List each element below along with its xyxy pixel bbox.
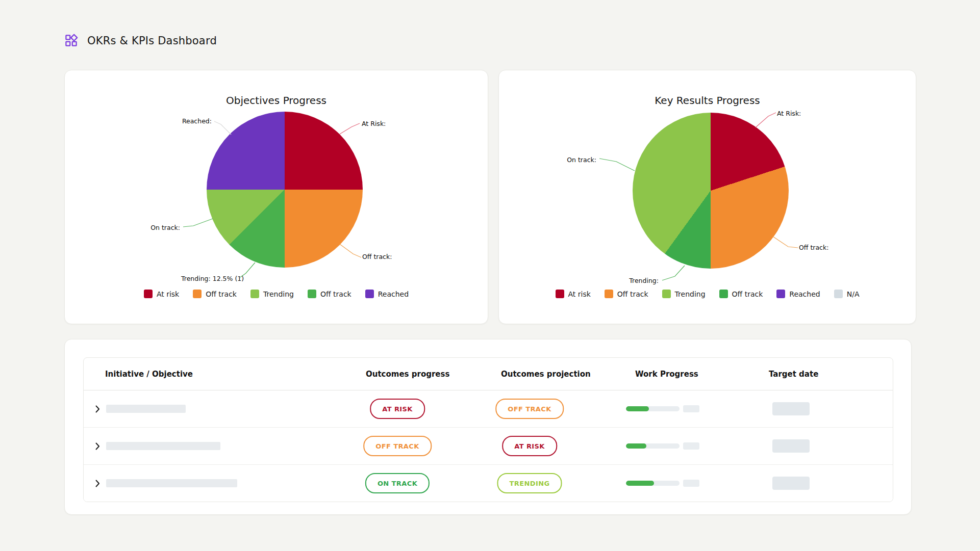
legend-item-off-track[interactable]: Off track xyxy=(719,290,763,298)
chart-legend: At riskOff trackTrendingOff trackReached… xyxy=(499,290,916,298)
target-date-placeholder xyxy=(772,439,810,453)
work-progress-bar xyxy=(626,481,680,486)
legend-item-at-risk[interactable]: At risk xyxy=(144,290,179,298)
work-progress-bar-fill xyxy=(626,443,646,449)
initiative-title-placeholder xyxy=(106,405,186,413)
legend-swatch xyxy=(365,290,374,298)
expand-row-chevron-icon[interactable] xyxy=(95,442,102,450)
legend-item-reached[interactable]: Reached xyxy=(776,290,820,298)
legend-swatch xyxy=(719,290,728,298)
pie-slice-callout-label: On track: xyxy=(567,156,596,164)
initiative-title-placeholder xyxy=(106,442,220,450)
expand-row-chevron-icon[interactable] xyxy=(95,405,102,413)
outcomes-projection-badge: TRENDING xyxy=(497,473,562,493)
pie-slice-callout-label: At Risk: xyxy=(777,110,801,117)
table-row[interactable]: ON TRACKTRENDING xyxy=(84,464,893,502)
pie-slice-callout-label: On track: xyxy=(150,224,180,231)
legend-item-at-risk[interactable]: At risk xyxy=(556,290,591,298)
legend-swatch xyxy=(662,290,671,298)
key-results-progress-chart: At Risk:Off track:Trending:On track:At r… xyxy=(499,70,916,324)
legend-label: Off track xyxy=(206,290,237,298)
legend-label: Reached xyxy=(789,290,820,298)
work-progress-bar-fill xyxy=(626,481,654,486)
legend-item-n-a[interactable]: N/A xyxy=(834,290,860,298)
outcomes-progress-badge: ON TRACK xyxy=(365,473,430,493)
chart-legend: At riskOff trackTrendingOff trackReached xyxy=(65,290,488,298)
legend-item-off-track[interactable]: Off track xyxy=(605,290,648,298)
legend-label: Trending xyxy=(263,290,294,298)
key-results-progress-pie[interactable] xyxy=(633,113,789,269)
outcomes-projection-badge: AT RISK xyxy=(502,436,557,456)
col-header-work-progress: Work Progress xyxy=(635,370,698,379)
initiatives-table: Initiative / Objective Outcomes progress… xyxy=(83,357,893,502)
legend-label: Trending xyxy=(675,290,706,298)
legend-item-trending[interactable]: Trending xyxy=(662,290,706,298)
legend-swatch xyxy=(834,290,843,298)
pie-slice-callout-label: Off track: xyxy=(362,253,392,260)
work-progress-value-placeholder xyxy=(683,442,699,450)
legend-swatch xyxy=(193,290,202,298)
pie-slice-callout-label: Reached: xyxy=(182,117,212,125)
legend-swatch xyxy=(250,290,259,298)
col-header-outcomes-progress: Outcomes progress xyxy=(366,370,449,379)
legend-item-off-track[interactable]: Off track xyxy=(193,290,237,298)
outcomes-progress-badge: AT RISK xyxy=(370,399,425,419)
initiatives-table-card: Initiative / Objective Outcomes progress… xyxy=(64,339,912,515)
key-results-progress-card: Key Results Progress At Risk:Off track:T… xyxy=(498,70,916,324)
objectives-progress-pie[interactable] xyxy=(207,112,363,268)
legend-label: At risk xyxy=(157,290,179,298)
work-progress-value-placeholder xyxy=(683,405,699,412)
legend-label: At risk xyxy=(568,290,591,298)
objectives-progress-chart: At Risk:Off track:Trending: 12.5% (1)On … xyxy=(65,70,488,324)
legend-item-reached[interactable]: Reached xyxy=(365,290,409,298)
outcomes-progress-badge: OFF TRACK xyxy=(363,436,432,456)
pie-slice-callout-label: At Risk: xyxy=(362,120,386,127)
page-title: OKRs & KPIs Dashboard xyxy=(87,35,217,47)
legend-label: N/A xyxy=(847,290,860,298)
work-progress-bar-fill xyxy=(626,406,649,411)
pie-slice-callout-label: Trending: 12.5% (1) xyxy=(181,275,244,282)
outcomes-projection-badge: OFF TRACK xyxy=(495,399,564,419)
expand-row-chevron-icon[interactable] xyxy=(95,479,102,487)
initiative-title-placeholder xyxy=(106,479,237,487)
legend-label: Reached xyxy=(378,290,409,298)
work-progress-value-placeholder xyxy=(683,480,699,487)
page-header: OKRs & KPIs Dashboard xyxy=(64,34,217,47)
dashboard-icon xyxy=(64,34,78,47)
target-date-placeholder xyxy=(772,402,810,415)
legend-swatch xyxy=(308,290,316,298)
col-header-initiative-objective: Initiative / Objective xyxy=(105,370,193,379)
table-body: AT RISKOFF TRACKOFF TRACKAT RISKON TRACK… xyxy=(84,390,893,502)
legend-label: Off track xyxy=(320,290,351,298)
legend-label: Off track xyxy=(732,290,763,298)
table-header-row: Initiative / Objective Outcomes progress… xyxy=(84,358,893,390)
table-row[interactable]: OFF TRACKAT RISK xyxy=(84,427,893,464)
legend-item-off-track[interactable]: Off track xyxy=(308,290,351,298)
work-progress-bar xyxy=(626,406,680,411)
legend-swatch xyxy=(144,290,153,298)
work-progress-bar xyxy=(626,443,680,449)
col-header-outcomes-projection: Outcomes projection xyxy=(501,370,591,379)
objectives-progress-card: Objectives Progress At Risk:Off track:Tr… xyxy=(64,70,488,324)
legend-swatch xyxy=(776,290,785,298)
target-date-placeholder xyxy=(772,477,810,490)
col-header-target-date: Target date xyxy=(769,370,818,379)
legend-label: Off track xyxy=(617,290,648,298)
legend-item-trending[interactable]: Trending xyxy=(250,290,294,298)
table-row[interactable]: AT RISKOFF TRACK xyxy=(84,390,893,427)
okr-dashboard-page: OKRs & KPIs Dashboard Objectives Progres… xyxy=(0,0,980,551)
legend-swatch xyxy=(605,290,613,298)
legend-swatch xyxy=(556,290,564,298)
pie-slice-callout-label: Trending: xyxy=(629,277,659,284)
pie-slice-callout-label: Off track: xyxy=(799,244,828,251)
